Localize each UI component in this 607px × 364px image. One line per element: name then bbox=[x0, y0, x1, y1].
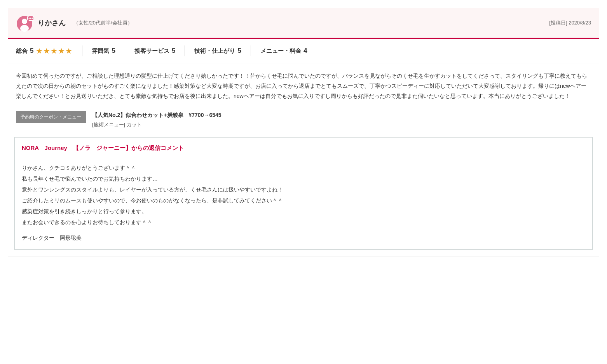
reply-line-6: またお会いできるのを心よりお待ちしております＾＾ bbox=[22, 217, 585, 228]
coupon-submenu: [施術メニュー] カット bbox=[92, 120, 222, 129]
review-header: りかさん （女性/20代前半/会社員） [投稿日] 2020/8/23 bbox=[8, 8, 599, 39]
reviewer-name: りかさん bbox=[38, 17, 66, 29]
coupon-content: 【人気No.2】似合わせカット+炭酸泉 ¥7700→6545 [施術メニュー] … bbox=[92, 111, 222, 129]
reply-line-1: りかさん、クチコミありがとうございます＾＾ bbox=[22, 162, 585, 173]
reply-box: NORA Journey 【ノラ ジャーニー】からの返信コメント りかさん、クチ… bbox=[14, 137, 593, 250]
ratings-bar: 総合 5 ★★★★★ 雰囲気 5 接客サービス 5 技術・仕上がり 5 メニュー… bbox=[8, 39, 599, 63]
atmosphere-rating: 雰囲気 5 bbox=[82, 45, 124, 57]
post-date: [投稿日] 2020/8/23 bbox=[549, 19, 591, 27]
svg-point-4 bbox=[29, 18, 30, 19]
svg-point-6 bbox=[32, 18, 33, 19]
reply-signature: ディレクター 阿形聡美 bbox=[22, 232, 585, 243]
svg-point-1 bbox=[22, 19, 27, 24]
coupon-title: 【人気No.2】似合わせカット+炭酸泉 ¥7700→6545 bbox=[92, 111, 222, 120]
avatar bbox=[16, 14, 33, 31]
reply-line-3: 意外とワンレングスのスタイルよりも、レイヤーが入っている方が、くせ毛さんには扱い… bbox=[22, 184, 585, 195]
reviewer-info: りかさん （女性/20代前半/会社員） bbox=[16, 14, 133, 31]
coupon-label: 予約時のクーポン・メニュー bbox=[16, 111, 86, 123]
technique-rating: 技術・仕上がり 5 bbox=[185, 45, 250, 57]
svg-point-2 bbox=[20, 25, 29, 32]
review-body: 今回初めて伺ったのですが、ご相談した理想通りの髪型に仕上げてくださり嬉しかったで… bbox=[8, 63, 599, 108]
reply-line-2: 私も長年くせ毛で悩んでいたのでお気持ちわかります… bbox=[22, 173, 585, 184]
reviewer-meta: （女性/20代前半/会社員） bbox=[73, 19, 133, 27]
reply-header: NORA Journey 【ノラ ジャーニー】からの返信コメント bbox=[15, 138, 592, 157]
service-rating: 接客サービス 5 bbox=[125, 45, 185, 57]
review-card: りかさん （女性/20代前半/会社員） [投稿日] 2020/8/23 総合 5… bbox=[8, 8, 599, 256]
reply-body: りかさん、クチコミありがとうございます＾＾ 私も長年くせ毛で悩んでいたのでお気持… bbox=[15, 156, 592, 249]
coupon-section: 予約時のクーポン・メニュー 【人気No.2】似合わせカット+炭酸泉 ¥7700→… bbox=[8, 108, 599, 137]
svg-point-5 bbox=[30, 18, 31, 19]
reply-line-5: 感染症対策を引き続きしっかりと行って参ります。 bbox=[22, 206, 585, 217]
menu-rating: メニュー・料金 4 bbox=[251, 45, 316, 57]
overall-rating: 総合 5 ★★★★★ bbox=[16, 44, 82, 57]
reply-line-4: ご紹介したミリのムースも使いやすいので、今お使いのものがなくなったら、是非試して… bbox=[22, 195, 585, 206]
